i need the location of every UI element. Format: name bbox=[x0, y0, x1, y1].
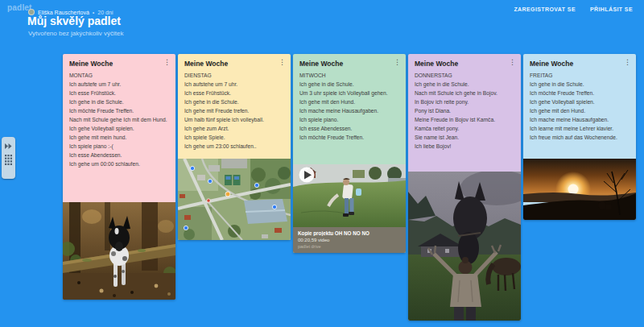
post-line: In Bojov ich reite pony. bbox=[415, 97, 514, 106]
post-line: Ich gehe in die Schule. bbox=[184, 97, 284, 106]
spacer bbox=[523, 142, 636, 159]
post-line: Ich spiele piano :-( bbox=[69, 142, 169, 151]
post-line: Ich gehe zum Arzt. bbox=[184, 124, 284, 133]
post-line: Ich esse Frühstück. bbox=[184, 89, 284, 97]
topbar: ZAREGISTROVAT SE PŘIHLÁSIT SE bbox=[514, 6, 633, 12]
post-header: Meine Woche ⋮ bbox=[293, 54, 406, 68]
post-line: Ich gehe in die Schule. bbox=[69, 97, 169, 106]
post-video-thumbnail[interactable] bbox=[293, 164, 406, 227]
play-icon bbox=[299, 168, 315, 183]
post-line: Ich aufstefe um 7 uhr. bbox=[69, 80, 169, 89]
post-line: Ich gehe um 23:00 schlaufen.. bbox=[184, 142, 284, 151]
post-line: Ich spiele Spiele. bbox=[184, 133, 284, 142]
post-line: Ich esse Abendessen. bbox=[299, 124, 399, 133]
post-body: DONNERSTAGIch gehe in die Schule.Nach mi… bbox=[408, 68, 521, 151]
post-line: Ich gehe Volleyball spielen. bbox=[69, 124, 169, 133]
post-line: Ich esse Abendessen. bbox=[69, 151, 169, 159]
spacer bbox=[293, 142, 406, 164]
spacer bbox=[178, 151, 291, 159]
video-caption[interactable]: Kopie projektu OH NO NO NO 00:20,59 vide… bbox=[293, 227, 406, 253]
post-line: DONNERSTAG bbox=[415, 71, 514, 80]
post-line: Nach mit Schule ich gehe in Bojov. bbox=[415, 89, 514, 97]
post-line: Ich gehe um 00:00 schlaufen. bbox=[69, 159, 169, 168]
post-line: Ich gehe mit mein hund. bbox=[69, 133, 169, 142]
post-title: Meine Woche bbox=[415, 60, 458, 68]
page-subtitle: Vytvořeno bez jakýchkoliv výčitek bbox=[28, 30, 123, 37]
post-body: MITWOCHIch gehe in die Schule.Um 3 uhr s… bbox=[293, 68, 406, 142]
kebab-menu-icon[interactable]: ⋮ bbox=[394, 60, 401, 65]
post-header: Meine Woche ⋮ bbox=[178, 54, 291, 68]
post-line: Nach mit Schule gehe Ich mit dem Hund. bbox=[69, 115, 169, 124]
post-line: Ich gehe in die Schule. bbox=[415, 80, 514, 89]
post-mitwoch[interactable]: Meine Woche ⋮ MITWOCHIch gehe in die Sch… bbox=[293, 54, 406, 253]
kebab-menu-icon[interactable]: ⋮ bbox=[624, 60, 631, 65]
post-body: MONTAGIch aufstefe um 7 uhr.Ich esse Frü… bbox=[63, 68, 175, 168]
post-title: Meine Woche bbox=[530, 60, 573, 68]
post-line: Ich esse Frühstück. bbox=[69, 89, 169, 97]
post-line: Ich mache meine Hausaufgaben. bbox=[530, 115, 630, 124]
post-line: Ich spiele piano. bbox=[299, 115, 399, 124]
post-image-horse-person[interactable] bbox=[408, 172, 521, 321]
signup-link[interactable]: ZAREGISTROVAT SE bbox=[514, 6, 576, 12]
post-image-sunset[interactable] bbox=[523, 159, 636, 220]
post-title: Meine Woche bbox=[299, 60, 343, 68]
spacer bbox=[63, 168, 175, 202]
post-line: Ich möchte Freude Treffen. bbox=[69, 106, 169, 115]
expand-grid-icon bbox=[2, 137, 15, 179]
spacer bbox=[408, 151, 521, 172]
video-duration: 00:20,59 video bbox=[298, 238, 401, 242]
post-line: Um halb fünf spiele ich volleyball. bbox=[184, 115, 284, 124]
kebab-menu-icon[interactable]: ⋮ bbox=[279, 60, 286, 65]
post-line: Ich liebe Bojov! bbox=[415, 142, 514, 151]
post-header: Meine Woche ⋮ bbox=[63, 54, 175, 68]
post-line: Meine Freude in Bojov ist Kamča. bbox=[415, 115, 514, 124]
post-line: MONTAG bbox=[69, 71, 169, 80]
sidebar-expand-toggle[interactable] bbox=[2, 137, 15, 179]
login-link[interactable]: PŘIHLÁSIT SE bbox=[590, 6, 633, 12]
post-image-aerial-map[interactable] bbox=[178, 159, 291, 240]
post-line: Ich möchte Freude Treffen. bbox=[530, 89, 630, 97]
post-line: Ich möchte Freude Treffen. bbox=[299, 133, 399, 142]
post-title: Meine Woche bbox=[184, 60, 228, 68]
post-header: Meine Woche ⋮ bbox=[408, 54, 521, 68]
post-body: DIENSTAGIch aufstehe um 7 uhr.Ich esse F… bbox=[178, 68, 291, 151]
post-line: Ich learne mit meine Lehrer klavier. bbox=[530, 124, 630, 133]
video-title: Kopie projektu OH NO NO NO bbox=[298, 230, 401, 236]
post-montag[interactable]: Meine Woche ⋮ MONTAGIch aufstefe um 7 uh… bbox=[63, 54, 175, 300]
kebab-menu-icon[interactable]: ⋮ bbox=[509, 60, 516, 65]
post-line: Um 3 uhr spiele ich Volleyball gehen. bbox=[299, 89, 399, 97]
post-line: Ich gehe in die Schule. bbox=[530, 80, 630, 89]
post-line: FREITAG bbox=[530, 71, 630, 80]
post-title: Meine Woche bbox=[69, 60, 113, 68]
post-line: MITWOCH bbox=[299, 71, 399, 80]
post-line: Ich gehe Volleyball spielen. bbox=[530, 97, 630, 106]
post-line: Kamča reitet pony. bbox=[415, 124, 514, 133]
post-line: DIENSTAG bbox=[184, 71, 284, 80]
post-line: Ich aufstehe um 7 uhr. bbox=[184, 80, 284, 89]
post-header: Meine Woche ⋮ bbox=[523, 54, 636, 68]
video-source: padlet drive bbox=[298, 244, 401, 249]
post-image-dog-forest[interactable] bbox=[63, 202, 175, 300]
page-title: Můj skvělý padlet bbox=[27, 14, 121, 27]
post-line: Pony ist Diana. bbox=[415, 106, 514, 115]
post-line: Ich freue mich auf das Wochenende. bbox=[530, 133, 630, 142]
post-body: FREITAGIch gehe in die Schule.Ich möchte… bbox=[523, 68, 636, 142]
post-line: Ich gehe mit Freude trefen. bbox=[184, 106, 284, 115]
post-donnerstag[interactable]: Meine Woche ⋮ DONNERSTAGIch gehe in die … bbox=[408, 54, 521, 321]
post-freitag[interactable]: Meine Woche ⋮ FREITAGIch gehe in die Sch… bbox=[523, 54, 636, 220]
post-line: Ich gehe mit den Hund. bbox=[530, 106, 630, 115]
kebab-menu-icon[interactable]: ⋮ bbox=[163, 60, 171, 65]
post-dienstag[interactable]: Meine Woche ⋮ DIENSTAGIch aufstehe um 7 … bbox=[178, 54, 291, 240]
post-line: Ich gehe in die Schule. bbox=[299, 80, 399, 89]
post-line: Sie name ist Jean. bbox=[415, 133, 514, 142]
post-line: Ich mache meine Hausaufgaben. bbox=[299, 106, 399, 115]
post-line: Ich gehe mit den Hund. bbox=[299, 97, 399, 106]
